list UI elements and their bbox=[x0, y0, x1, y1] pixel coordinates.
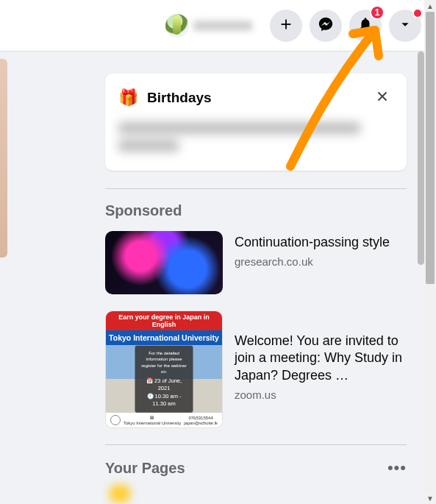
notification-badge: 1 bbox=[370, 5, 385, 20]
gift-icon: 🎁 bbox=[118, 88, 138, 107]
ad-title: Continuation-passing style bbox=[235, 234, 390, 251]
ad-image-text: Earn your degree in Japan in English bbox=[106, 311, 222, 330]
sponsored-heading: Sponsored bbox=[105, 202, 407, 219]
messenger-button[interactable] bbox=[310, 10, 342, 42]
birthdays-body-redacted bbox=[118, 122, 393, 156]
divider bbox=[105, 188, 407, 189]
account-menu-button[interactable] bbox=[389, 10, 421, 42]
ad-image: Earn your degree in Japan in English Tok… bbox=[105, 310, 223, 428]
window-scrollbar[interactable]: ▲ ▼ bbox=[424, 0, 436, 504]
notifications-button[interactable]: 1 bbox=[349, 10, 382, 42]
scrollbar-thumb[interactable] bbox=[426, 12, 435, 284]
right-column: 🎁 Birthdays Sponsored Continuation-pass bbox=[105, 52, 407, 503]
ad-domain: gresearch.co.uk bbox=[235, 255, 390, 268]
avatar bbox=[165, 14, 189, 38]
scroll-down-icon[interactable]: ▼ bbox=[424, 492, 436, 504]
divider bbox=[105, 444, 407, 445]
scroll-up-icon[interactable]: ▲ bbox=[424, 0, 436, 12]
stories-sliver[interactable] bbox=[0, 59, 7, 258]
ad-title: Welcome! You are invited to join a meeti… bbox=[235, 333, 407, 384]
account-badge-dot bbox=[412, 8, 423, 18]
ad-image bbox=[105, 231, 223, 294]
close-button[interactable] bbox=[371, 85, 393, 110]
profile-name bbox=[193, 21, 252, 31]
bell-icon bbox=[357, 16, 374, 35]
ad-image-overlay: For the detailed information please regi… bbox=[135, 346, 193, 413]
birthdays-card: 🎁 Birthdays bbox=[105, 74, 407, 171]
close-icon bbox=[374, 94, 390, 107]
scrollbar-thumb[interactable] bbox=[418, 52, 424, 265]
ad-image-text: Tokyo International University bbox=[106, 330, 222, 345]
birthdays-title: Birthdays bbox=[147, 90, 212, 106]
top-nav-bar: 1 bbox=[0, 0, 436, 52]
your-pages-options[interactable]: ••• bbox=[387, 458, 407, 478]
your-pages-heading: Your Pages bbox=[105, 460, 185, 477]
ellipsis-icon: ••• bbox=[387, 458, 407, 477]
ad-domain: zoom.us bbox=[235, 388, 407, 401]
plus-icon bbox=[278, 16, 294, 35]
profile-chip[interactable] bbox=[162, 11, 260, 40]
ad-image-footer: 🏛Tokyo International University 07653155… bbox=[106, 413, 222, 427]
sponsored-item[interactable]: Continuation-passing style gresearch.co.… bbox=[105, 231, 407, 294]
caret-down-icon bbox=[397, 16, 413, 35]
content-area: 🎁 Birthdays Sponsored Continuation-pass bbox=[0, 52, 436, 504]
sponsored-item[interactable]: Earn your degree in Japan in English Tok… bbox=[105, 310, 407, 428]
messenger-icon bbox=[318, 16, 334, 35]
content-scrollbar[interactable] bbox=[418, 52, 424, 504]
page-item-redacted[interactable] bbox=[105, 485, 135, 503]
create-button[interactable] bbox=[270, 10, 302, 42]
